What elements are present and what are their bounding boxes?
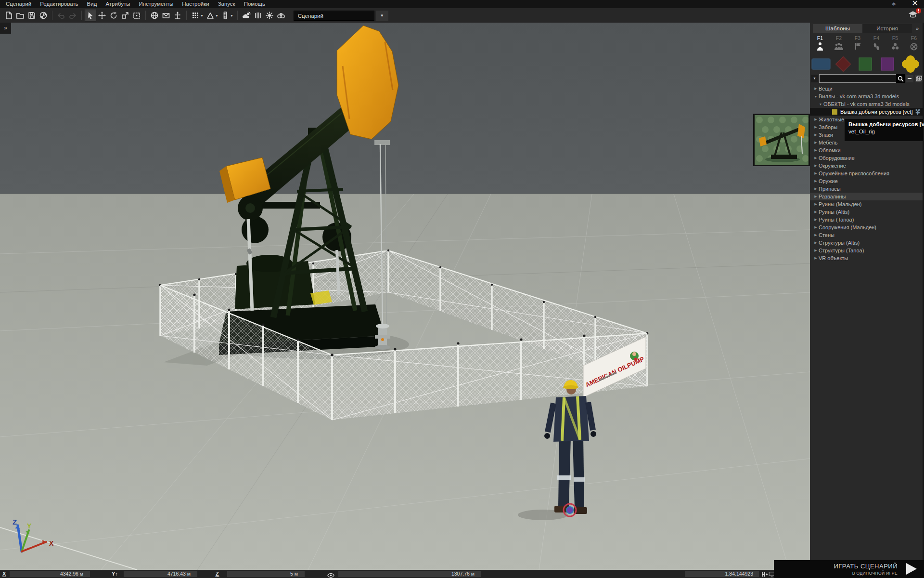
- tree-item[interactable]: Развалины: [810, 193, 923, 200]
- character-icon: [815, 41, 825, 51]
- swatch-green-square[interactable]: [854, 55, 876, 73]
- grid-snap-icon[interactable]: [190, 10, 201, 21]
- scene-oil-pumpjack: AMERICAN OILPUMP: [0, 23, 810, 570]
- eden-editor-window: Сценарий Редактировать Вид Атрибуты Инст…: [0, 0, 924, 578]
- undo-icon[interactable]: [55, 10, 67, 21]
- ruler-icon[interactable]: [219, 10, 231, 21]
- play-icon[interactable]: [906, 563, 917, 575]
- asset-tooltip: Вышка добычи ресурсов [vet] vet_Oil_rig: [845, 119, 923, 141]
- grid-caret-icon[interactable]: ▼: [200, 14, 204, 17]
- scenario-dropdown[interactable]: Сценарий: [294, 11, 374, 21]
- mode-characters[interactable]: F1: [811, 35, 829, 53]
- menu-tools[interactable]: Инструменты: [135, 0, 178, 8]
- select-tool-icon[interactable]: [85, 10, 96, 21]
- swatch-red-diamond[interactable]: [832, 55, 854, 73]
- axis-x-label: X: [49, 539, 54, 547]
- coord-x-value: 4342.96 м: [10, 571, 90, 577]
- play-scenario-label: ИГРАТЬ СЦЕНАРИЙ: [834, 563, 898, 570]
- ruler-caret-icon[interactable]: ▼: [230, 14, 233, 17]
- menu-scenario[interactable]: Сценарий: [1, 0, 36, 8]
- menu-play[interactable]: Запуск: [214, 0, 240, 8]
- tree-item[interactable]: ОБЕКТЫ - vk com arma3 3d models: [810, 100, 924, 108]
- tree-item[interactable]: Окружение: [810, 162, 924, 170]
- lighting-icon[interactable]: [264, 10, 275, 21]
- tree-item[interactable]: Обломки: [810, 146, 924, 154]
- scenario-dropdown-caret-icon[interactable]: ▼: [376, 11, 388, 21]
- rotate-tool-icon[interactable]: [108, 10, 119, 21]
- minimize-icon[interactable]: ∗: [891, 0, 896, 8]
- tree-item[interactable]: Виллы - vk com arma3 3d models: [810, 92, 924, 100]
- panel-expand-icon[interactable]: »: [0, 23, 11, 34]
- tree-item[interactable]: Структуры (Tanoa): [810, 247, 924, 254]
- mode-modules[interactable]: F5: [886, 35, 904, 53]
- tree-item[interactable]: Оружейные приспособления: [810, 170, 924, 177]
- menu-settings[interactable]: Настройки: [178, 0, 213, 8]
- play-scenario-panel[interactable]: ИГРАТЬ СЦЕНАРИЙ В ОДИНОЧНОЙ ИГРЕ: [774, 560, 924, 578]
- viewport-3d[interactable]: AMERICAN OILPUMP: [0, 23, 810, 570]
- swatch-purple-square[interactable]: [876, 55, 898, 73]
- redo-icon[interactable]: [67, 10, 78, 21]
- publish-icon[interactable]: [38, 10, 49, 21]
- tab-history[interactable]: История: [862, 24, 912, 33]
- filter-caret-icon[interactable]: ▼: [811, 75, 818, 82]
- tree-item[interactable]: Вещи: [810, 85, 924, 92]
- angle-snap-icon[interactable]: [205, 10, 216, 21]
- mode-waypoints[interactable]: F4: [867, 35, 886, 53]
- coord-y-value: 4716.43 м: [124, 571, 197, 577]
- angle-caret-icon[interactable]: ▼: [215, 14, 218, 17]
- tree-item[interactable]: Припасы: [810, 185, 924, 193]
- fog-icon[interactable]: [252, 10, 264, 21]
- axis-z-label: Z: [13, 518, 17, 526]
- tab-templates[interactable]: Шаблоны: [813, 24, 862, 33]
- play-mode-label: В ОДИНОЧНОЙ ИГРЕ: [852, 571, 898, 576]
- menu-attributes[interactable]: Атрибуты: [101, 0, 134, 8]
- save-icon[interactable]: [26, 10, 38, 21]
- coord-x-icon: X: [2, 571, 6, 577]
- tree-item[interactable]: Стены: [810, 231, 924, 239]
- close-icon[interactable]: ✕: [912, 0, 918, 8]
- notification-badge: [916, 8, 921, 13]
- mode-groups[interactable]: F2: [830, 35, 848, 53]
- menu-help[interactable]: Помощь: [240, 0, 270, 8]
- translate-tool-icon[interactable]: [96, 10, 108, 21]
- search-input[interactable]: [819, 74, 900, 83]
- h-plus-icon[interactable]: [761, 571, 769, 578]
- tree-item[interactable]: Руины (Altis): [810, 208, 924, 216]
- mode-markers[interactable]: F6: [905, 35, 923, 53]
- swatch-blue-rectangle[interactable]: [810, 55, 832, 73]
- tree-item[interactable]: VR объекты: [810, 254, 924, 262]
- tree-item[interactable]: Руины (Мальден): [810, 200, 924, 208]
- markers-icon: [909, 41, 919, 51]
- asset-preview-thumbnail: [753, 114, 810, 166]
- version-label: 1.84.144923: [685, 571, 759, 577]
- tutorials-icon[interactable]: [908, 10, 920, 21]
- new-file-icon[interactable]: [3, 10, 14, 21]
- vertical-snap-icon[interactable]: [172, 10, 183, 21]
- menu-edit[interactable]: Редактировать: [36, 0, 82, 8]
- weather-icon[interactable]: [241, 10, 252, 21]
- message-icon[interactable]: [160, 10, 172, 21]
- menu-view[interactable]: Вид: [83, 0, 102, 8]
- open-folder-icon[interactable]: [14, 10, 26, 21]
- surface-snap-icon[interactable]: [131, 10, 142, 21]
- visibility-binoculars-icon[interactable]: [275, 10, 287, 21]
- expand-layers-icon[interactable]: [915, 75, 923, 82]
- view-distance-value: 1307.76 м: [338, 571, 481, 577]
- mode-triggers[interactable]: F3: [848, 35, 867, 53]
- mod-puzzle-icon: [914, 109, 920, 116]
- tabs-overflow-icon[interactable]: »: [912, 24, 923, 33]
- tree-item[interactable]: Руины (Tanoa): [810, 216, 924, 223]
- scale-tool-icon[interactable]: [119, 10, 131, 21]
- collapse-all-icon[interactable]: [906, 75, 913, 82]
- tree-item[interactable]: Оружие: [810, 177, 924, 185]
- status-bar: X 4342.96 м Y↑ 4716.43 м Z 〜 5 м 1307.76…: [0, 570, 774, 578]
- tree-item-selected[interactable]: Вышка добычи ресурсов [vet]: [810, 108, 924, 116]
- waypoints-icon: [872, 41, 881, 51]
- swatch-yellow-quatrefoil[interactable]: [899, 55, 922, 73]
- tree-item[interactable]: Оборудование: [810, 154, 924, 162]
- search-icon[interactable]: [896, 74, 905, 83]
- globe-icon[interactable]: [149, 10, 160, 21]
- tree-item[interactable]: Структуры (Altis): [810, 239, 924, 247]
- tree-item[interactable]: Сооружения (Мальден): [810, 223, 924, 231]
- menu-bar: Сценарий Редактировать Вид Атрибуты Инст…: [0, 0, 924, 8]
